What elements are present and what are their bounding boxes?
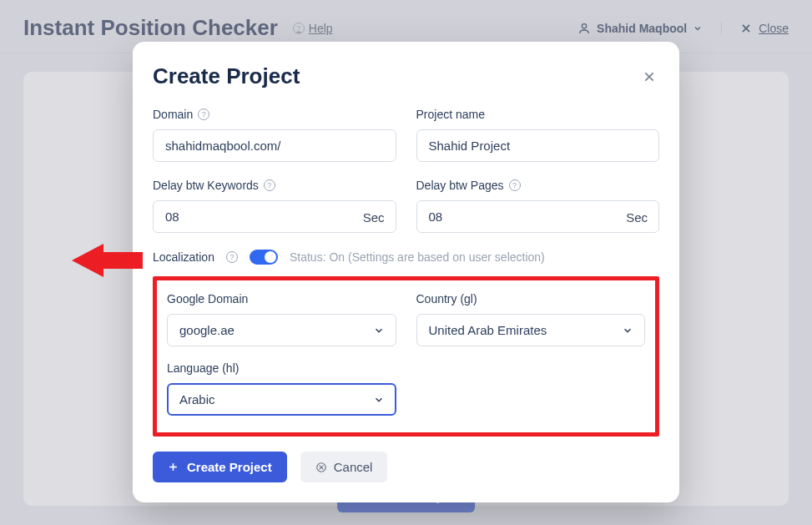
localization-row: Localization ? Status: On (Settings are … xyxy=(153,250,659,265)
delay-pages-unit: Sec xyxy=(626,209,648,224)
language-select[interactable]: Arabic xyxy=(167,383,396,416)
modal-title: Create Project xyxy=(153,63,300,89)
plus-icon xyxy=(168,462,179,472)
cancel-icon xyxy=(315,462,327,473)
delay-pages-input[interactable] xyxy=(416,200,660,233)
country-field: Country (gl) United Arab Emirates xyxy=(416,292,646,346)
create-project-modal: Create Project Domain ? Project name Del… xyxy=(133,42,679,502)
help-icon[interactable]: ? xyxy=(198,109,209,120)
delay-pages-field: Delay btw Pages ? Sec xyxy=(416,179,660,233)
cancel-label: Cancel xyxy=(334,460,373,474)
google-domain-label: Google Domain xyxy=(167,292,248,305)
domain-label: Domain xyxy=(153,108,193,121)
language-value: Arabic xyxy=(179,392,215,406)
delay-keywords-input[interactable] xyxy=(153,200,396,233)
close-icon xyxy=(643,70,656,83)
delay-keywords-unit: Sec xyxy=(363,209,385,224)
localization-toggle[interactable] xyxy=(250,250,278,265)
language-label: Language (hl) xyxy=(167,361,239,375)
google-domain-value: google.ae xyxy=(179,323,235,337)
create-project-button[interactable]: Create Project xyxy=(153,452,287,482)
localization-label: Localization xyxy=(153,250,214,264)
delay-pages-label: Delay btw Pages xyxy=(416,179,504,192)
delay-keywords-label: Delay btw Keywords xyxy=(153,179,259,192)
modal-close-button[interactable] xyxy=(639,67,659,87)
country-value: United Arab Emirates xyxy=(429,323,547,337)
localization-status: Status: On (Settings are based on user s… xyxy=(290,250,545,264)
country-label: Country (gl) xyxy=(416,292,477,305)
project-name-input[interactable] xyxy=(416,129,660,162)
help-icon[interactable]: ? xyxy=(509,179,521,191)
country-select[interactable]: United Arab Emirates xyxy=(416,314,646,346)
google-domain-select[interactable]: google.ae xyxy=(167,314,396,346)
modal-actions: Create Project Cancel xyxy=(153,452,659,482)
domain-input[interactable] xyxy=(153,129,396,162)
language-field: Language (hl) Arabic xyxy=(167,361,396,416)
delay-keywords-field: Delay btw Keywords ? Sec xyxy=(153,179,396,233)
project-name-label: Project name xyxy=(416,108,485,121)
localization-section-highlight: Google Domain google.ae Country (gl) Uni… xyxy=(153,276,659,437)
domain-field: Domain ? xyxy=(153,108,396,162)
create-project-label: Create Project xyxy=(187,460,272,474)
cancel-button[interactable]: Cancel xyxy=(300,452,388,482)
google-domain-field: Google Domain google.ae xyxy=(167,292,396,346)
project-name-field: Project name xyxy=(416,108,660,162)
help-icon[interactable]: ? xyxy=(226,251,238,263)
help-icon[interactable]: ? xyxy=(264,179,275,191)
